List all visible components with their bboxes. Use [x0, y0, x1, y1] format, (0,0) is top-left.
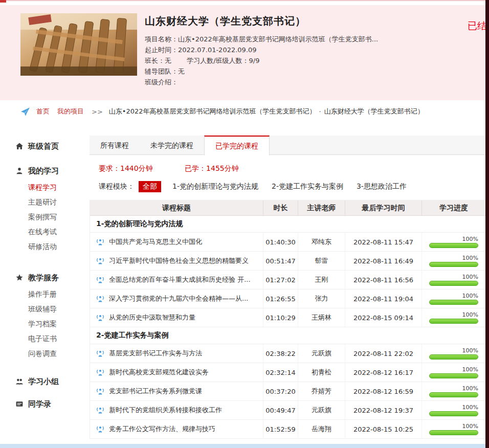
study-stats: 要求：1440分钟 已学：1455分钟 [99, 164, 486, 173]
course-teacher: 郁雷 [298, 252, 345, 270]
sidebar-item-teaching-service[interactable]: 教学服务 [15, 273, 86, 283]
course-last-time: 2022-08-12 16:17 [345, 363, 421, 382]
sidebar-item-my-learning[interactable]: 我的学习 [15, 166, 86, 176]
course-icon [96, 295, 104, 303]
course-duration: 01:40:30 [263, 233, 298, 251]
course-title-link[interactable]: 党支部书记工作实务系列微党课 [109, 387, 202, 396]
course-title-link[interactable]: 习近平新时代中国特色社会主义思想的精髓要义 [109, 256, 249, 265]
progress-percent: 100% [462, 367, 478, 372]
course-title-link[interactable]: 新时代高校党支部规范化建设实务 [109, 368, 209, 377]
course-table: 课程标题 时长 主讲老师 最后学习时间 学习进度 1-党的创新理论与党内法规 中… [90, 200, 486, 439]
module-filter-3[interactable]: 3-思想政治工作 [357, 182, 407, 191]
sidebar-item-course-learning[interactable]: 课程学习 [28, 180, 86, 195]
course-last-time: 2022-08-15 09:14 [345, 308, 421, 327]
sidebar-item-manual[interactable]: 操作手册 [28, 287, 86, 302]
course-title-link[interactable]: 中国共产党与马克思主义中国化 [109, 237, 202, 247]
tab-all-courses[interactable]: 所有课程 [90, 136, 140, 155]
progress-bar [429, 281, 478, 286]
course-icon [96, 349, 104, 357]
course-row[interactable]: 新时代高校党支部规范化建设实务 02:32:14 初青松 2022-08-12 … [90, 363, 485, 382]
teaching-service-submenu: 操作手册 班级辅导 学习档案 电子证书 问卷调查 [15, 287, 86, 361]
sidebar-item-topic-discussion[interactable]: 主题研讨 [28, 195, 86, 210]
progress-percent: 100% [462, 423, 478, 429]
course-title-link[interactable]: 深入学习贯彻党的十九届六中全会精神——从... [109, 294, 248, 303]
course-row[interactable]: 新时代下的党组织关系转接和接收工作 00:49:47 元跃旗 2022-08-1… [90, 401, 485, 420]
module-filter-2[interactable]: 2-党建工作实务与案例 [272, 182, 343, 191]
my-learning-submenu: 课程学习 主题研讨 案例撰写 在线考试 研修活动 [15, 180, 86, 254]
progress-percent: 100% [462, 348, 478, 353]
course-row[interactable]: 深入学习贯彻党的十九届六中全会精神——从... 01:26:55 张力 2022… [90, 289, 485, 308]
course-progress: 100% [429, 367, 478, 378]
course-teacher: 元跃旗 [298, 344, 345, 363]
course-last-time: 2022-08-11 15:47 [345, 233, 421, 251]
progress-bar [429, 430, 478, 435]
module-filter-all[interactable]: 全部 [139, 181, 161, 192]
class-title: 山东财经大学（学生党支部书记） [145, 14, 462, 28]
sidebar-item-study-archive[interactable]: 学习档案 [28, 317, 86, 331]
status-badge: 已结 [468, 19, 487, 33]
section-header-2: 2-党建工作实务与案例 [90, 327, 485, 344]
course-row[interactable]: 从党的历史中汲取智慧和力量 01:10:29 王炳林 2022-08-15 09… [90, 308, 485, 327]
progress-bar [429, 243, 478, 248]
sidebar-item-class-tutoring[interactable]: 班级辅导 [28, 302, 86, 317]
tab-unfinished-courses[interactable]: 未学完的课程 [140, 136, 204, 155]
course-tabs: 所有课程 未学完的课程 已学完的课程 [90, 136, 486, 155]
course-duration: 00:49:47 [263, 401, 298, 419]
sidebar-label-class-home: 班级首页 [28, 142, 59, 151]
course-teacher: 王炳林 [298, 308, 345, 327]
progress-bar [429, 319, 478, 324]
course-icon [96, 387, 104, 395]
bottom-scrollbar[interactable] [0, 444, 489, 448]
sidebar-item-classmates[interactable]: 同学录 [15, 399, 86, 409]
breadcrumb-dot: · [319, 108, 321, 116]
breadcrumb-home-link[interactable]: 首页 [36, 107, 50, 116]
class-info: 山东财经大学（学生党支部书记） 项目名称：山东•2022年高校基层党支部书记网络… [145, 14, 462, 87]
sidebar-item-online-exam[interactable]: 在线考试 [28, 225, 86, 239]
course-row[interactable]: 基层党支部书记工作实务与方法 02:38:22 元跃旗 2022-08-11 2… [90, 344, 485, 363]
course-row[interactable]: 中国共产党与马克思主义中国化 01:40:30 邓纯东 2022-08-11 1… [90, 233, 485, 252]
course-progress: 100% [429, 274, 478, 286]
course-duration: 01:26:55 [263, 289, 298, 308]
course-row[interactable]: 党支部书记工作实务系列微党课 00:37:20 乔婧芳 2022-08-12 1… [90, 382, 485, 401]
course-last-time: 2022-08-11 19:04 [345, 289, 421, 308]
tutor-line: 辅导团队：无 [145, 66, 462, 77]
date-range-value: 2022.07.01-2022.09.09 [178, 46, 257, 54]
course-progress: 100% [429, 312, 478, 324]
tab-finished-courses[interactable]: 已学完的课程 [204, 136, 270, 155]
course-title-link[interactable]: 从党的历史中汲取智慧和力量 [109, 313, 195, 322]
course-row[interactable]: 习近平新时代中国特色社会主义思想的精髓要义 00:51:47 郁雷 2022-0… [90, 252, 485, 271]
table-header: 课程标题 时长 主讲老师 最后学习时间 学习进度 [90, 200, 485, 216]
course-icon [96, 238, 104, 246]
top-border [0, 0, 489, 1]
sidebar-label-study-group: 学习小组 [28, 377, 59, 387]
sidebar-item-questionnaire[interactable]: 问卷调查 [28, 346, 86, 361]
course-title-link[interactable]: 基层党支部书记工作实务与方法 [109, 349, 202, 358]
paper-plane-icon [20, 107, 30, 117]
course-title-link[interactable]: 全面总结党的百年奋斗重大成就和历史经验 开... [109, 275, 251, 284]
progress-percent: 100% [462, 274, 478, 280]
card-icon [15, 400, 24, 408]
sidebar-item-class-home[interactable]: 班级首页 [15, 141, 86, 151]
course-row[interactable]: 全面总结党的百年奋斗重大成就和历史经验 开... 01:27:02 王刚 202… [90, 271, 485, 289]
intro-label: 班级介绍： [145, 78, 178, 86]
sidebar-item-study-group[interactable]: 学习小组 [15, 376, 86, 387]
course-title-link[interactable]: 党务工作公文写作方法、规律与技巧 [109, 424, 215, 434]
course-last-time: 2022-08-11 22:02 [345, 344, 421, 363]
course-progress: 100% [429, 423, 478, 435]
course-row[interactable]: 党务工作公文写作方法、规律与技巧 01:52:59 岳海翔 2022-08-15… [90, 420, 485, 439]
progress-percent: 100% [462, 312, 478, 318]
col-teacher: 主讲老师 [298, 200, 345, 215]
course-teacher: 岳海翔 [298, 420, 345, 438]
module-filter-1[interactable]: 1-党的创新理论与党内法规 [172, 182, 258, 191]
count-label: 学习人数/班级人数： [187, 57, 249, 64]
sidebar-item-case-writing[interactable]: 案例撰写 [28, 210, 86, 225]
course-teacher: 张力 [298, 289, 345, 308]
sidebar-item-e-certificate[interactable]: 电子证书 [28, 331, 86, 346]
breadcrumb-separator: >> [92, 108, 103, 116]
sidebar-item-training-activity[interactable]: 研修活动 [28, 239, 86, 254]
course-duration: 01:52:59 [263, 420, 298, 438]
progress-bar [429, 373, 478, 378]
breadcrumb-my-projects-link[interactable]: 我的项目 [57, 107, 84, 116]
course-title-link[interactable]: 新时代下的党组织关系转接和接收工作 [109, 406, 222, 415]
progress-percent: 100% [462, 293, 478, 299]
